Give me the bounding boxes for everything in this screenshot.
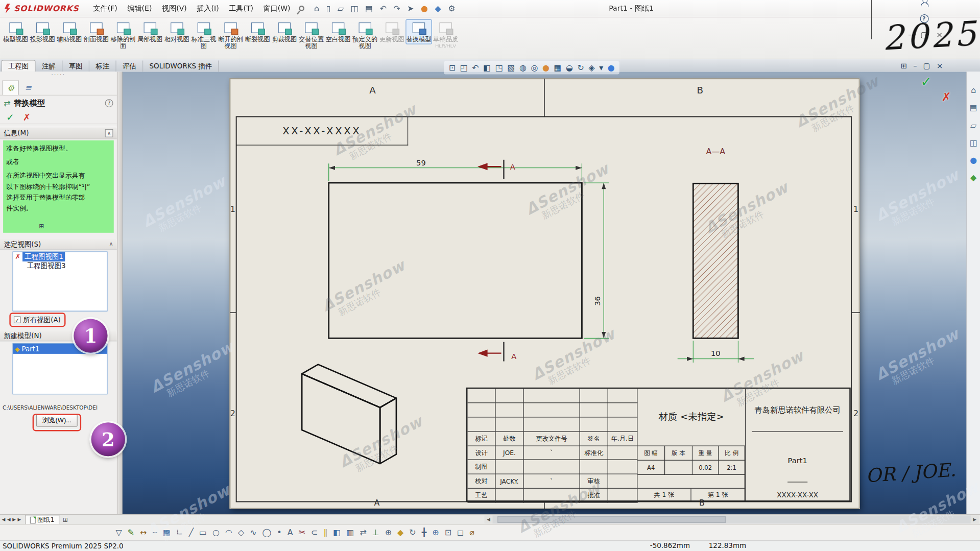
grid-icon[interactable]: ▦ — [163, 528, 171, 537]
point-icon[interactable]: • — [277, 528, 281, 537]
horizontal-scrollbar[interactable]: ◀ ▶ — [485, 515, 979, 523]
tab-evaluate[interactable]: 评估 — [116, 61, 144, 72]
sheet-tab-active[interactable]: 图纸1 — [25, 515, 59, 524]
circle-icon[interactable]: ○ — [212, 528, 220, 537]
repair-sketch-icon[interactable]: ⊕ — [385, 528, 392, 537]
view-settings-icon[interactable]: ◒ — [566, 63, 573, 72]
home-icon[interactable]: ⌂ — [314, 4, 319, 13]
section-view-icon[interactable]: ◧ — [483, 63, 491, 72]
annotation-view-icon[interactable]: ◳ — [495, 63, 503, 72]
ribbon-break-view-button[interactable]: 断裂视图 — [245, 19, 271, 44]
print-icon[interactable]: ▤ — [365, 4, 373, 13]
dimension-36[interactable]: 36 — [584, 183, 609, 338]
zoom-in-icon[interactable]: ⊕ — [432, 528, 439, 537]
sketch-icon[interactable]: ✎ — [128, 528, 134, 537]
rotate-view-icon[interactable]: ↻ — [409, 528, 416, 537]
minimize-window-icon[interactable]: – — [913, 62, 917, 70]
tab-annotation[interactable]: 注解 — [36, 61, 63, 72]
zoom-fit-icon[interactable]: ⊡ — [445, 528, 451, 537]
panel-resize-grip[interactable]: ····· — [0, 72, 117, 80]
ribbon-standard-3view-button[interactable]: 标准三视图 — [190, 19, 217, 52]
custom-properties-icon[interactable]: ◆ — [970, 173, 976, 182]
display-relations-icon[interactable]: ⊥ — [372, 528, 379, 537]
ellipse-icon[interactable]: ◯ — [262, 528, 272, 537]
ribbon-replace-model-button[interactable]: 替换模型 — [405, 19, 432, 44]
save-icon[interactable]: ◫ — [351, 4, 358, 13]
prev-sheet-icon[interactable]: ◀ — [7, 517, 11, 522]
list-item[interactable]: ✗ 工程图视图1 — [13, 252, 107, 261]
cancel-button[interactable]: ✗ — [23, 111, 31, 123]
quick-snaps-icon[interactable]: ◆ — [397, 528, 403, 537]
file-explorer-icon[interactable]: ▱ — [970, 121, 976, 130]
next-sheet-icon[interactable]: ▶ — [12, 517, 16, 522]
ribbon-removed-section-button[interactable]: 移除的剖面 — [110, 19, 136, 52]
section-line-A[interactable]: A A — [477, 160, 516, 362]
model-item-selected[interactable]: Part1 — [21, 345, 39, 353]
ribbon-alternate-position-button[interactable]: 交替位置视图 — [298, 19, 324, 52]
zoom-area-icon[interactable]: ◰ — [460, 63, 468, 72]
ribbon-broken-out-section-button[interactable]: 断开的剖视图 — [218, 19, 244, 52]
arc-icon[interactable]: ◠ — [225, 528, 232, 537]
open-file-icon[interactable]: ▱ — [338, 4, 344, 13]
line-icon[interactable]: ╱ — [188, 528, 194, 537]
sketch-entities-icon[interactable]: ◆ — [435, 4, 441, 13]
display-style-icon[interactable]: ◍ — [519, 63, 527, 72]
tab-markup[interactable]: 标注 — [89, 61, 116, 72]
graphics-area[interactable]: 59 A A — [123, 72, 966, 514]
scroll-left-icon[interactable]: ◀ — [485, 515, 493, 523]
edit-appearance-icon[interactable]: ● — [542, 63, 549, 72]
hide-show-icon[interactable]: ◎ — [531, 63, 538, 72]
polygon-icon[interactable]: ◇ — [238, 528, 244, 537]
menu-insert[interactable]: 插入(I) — [193, 3, 223, 14]
first-sheet-icon[interactable]: ◀ — [2, 517, 6, 522]
confirm-cancel-button[interactable]: ✗ — [941, 90, 951, 104]
help-icon[interactable]: ? — [105, 99, 113, 107]
menu-tools[interactable]: 工具(T) — [225, 3, 258, 14]
menu-window[interactable]: 窗口(W) — [259, 3, 295, 14]
web-help-icon[interactable]: ● — [608, 63, 615, 72]
options-gear-icon[interactable]: ⚙ — [448, 4, 455, 13]
property-manager-tab[interactable]: ⚙ — [3, 81, 19, 95]
feature-tree-tab[interactable]: ≡ — [20, 81, 36, 95]
apply-scene-icon[interactable]: ▦ — [554, 63, 561, 72]
browse-button[interactable]: 浏览(W)... — [36, 414, 78, 426]
ribbon-crop-view-button[interactable]: 剪裁视图 — [271, 19, 297, 44]
list-item[interactable]: 工程图视图3 — [13, 261, 107, 271]
zoom-fit-icon[interactable]: ⊡ — [449, 63, 456, 72]
undo-icon[interactable]: ↶ — [380, 4, 387, 13]
menu-view[interactable]: 视图(V) — [157, 3, 191, 14]
pin-menu-icon[interactable] — [297, 5, 305, 12]
last-sheet-icon[interactable]: ▶ — [17, 517, 21, 522]
view-orientation-icon[interactable]: ▧ — [507, 63, 515, 72]
spline-icon[interactable]: ∿ — [250, 528, 256, 537]
section-view[interactable] — [693, 183, 738, 338]
mirror-entities-icon[interactable]: ◧ — [333, 528, 341, 537]
ribbon-section-view-button[interactable]: 剖面视图 — [83, 19, 109, 44]
chevron-up-icon[interactable]: ∧ — [109, 241, 113, 247]
previous-view-icon[interactable]: ↶ — [472, 63, 479, 72]
dimension-10[interactable]: 10 — [678, 341, 754, 363]
tab-sketch[interactable]: 草图 — [62, 61, 89, 72]
menu-edit[interactable]: 编辑(E) — [123, 3, 156, 14]
ribbon-model-view-button[interactable]: 模型视图 — [3, 19, 29, 44]
remove-view-icon[interactable]: ✗ — [15, 253, 20, 261]
front-view[interactable] — [329, 183, 582, 338]
isometric-view[interactable] — [302, 365, 396, 464]
3d-view-icon[interactable]: ◈ — [588, 63, 594, 72]
ribbon-auxiliary-view-button[interactable]: 辅助视图 — [56, 19, 82, 44]
taskpane-home-icon[interactable]: ⌂ — [971, 85, 976, 94]
ribbon-predefined-view-button[interactable]: 预定义的视图 — [352, 19, 378, 52]
scroll-right-icon[interactable]: ▶ — [971, 515, 979, 523]
dock-window-icon[interactable]: ⊞ — [901, 62, 907, 70]
scrollbar-track[interactable] — [492, 515, 970, 523]
design-library-icon[interactable]: ▤ — [970, 103, 977, 112]
redo-icon[interactable]: ↷ — [393, 4, 400, 13]
dim-text-36[interactable]: 36 — [593, 296, 602, 306]
close-window-icon[interactable]: × — [937, 62, 943, 70]
dimension-59[interactable]: 59 — [329, 158, 582, 181]
select-filter-icon[interactable]: ▽ — [115, 528, 122, 537]
wireframe-icon[interactable]: ◻ — [457, 528, 464, 537]
rotate-view-icon[interactable]: ↻ — [577, 63, 584, 72]
select-icon[interactable]: ➤ — [407, 4, 414, 13]
convert-entities-icon[interactable]: ⊂ — [311, 528, 318, 537]
